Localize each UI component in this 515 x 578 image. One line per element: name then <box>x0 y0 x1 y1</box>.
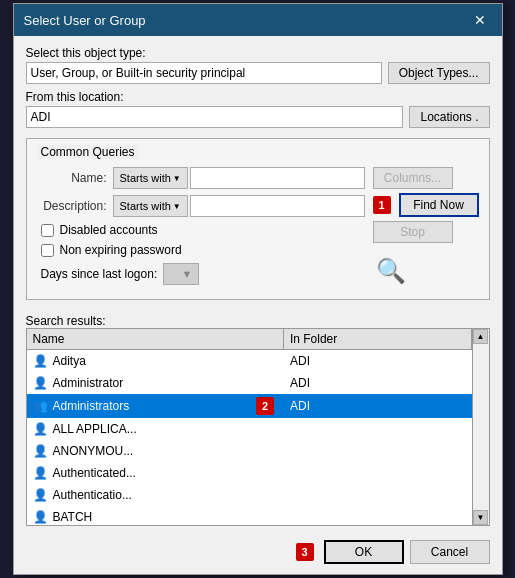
result-folder-cell <box>284 494 471 496</box>
disabled-accounts-row: Disabled accounts <box>41 223 365 237</box>
non-expiring-checkbox[interactable] <box>41 244 54 257</box>
user-icon: 👤 <box>33 509 49 525</box>
name-dropdown[interactable]: Starts with ▼ <box>113 167 188 189</box>
user-icon: 👤 <box>33 487 49 503</box>
scrollbar[interactable]: ▲ ▼ <box>472 329 489 525</box>
ok-button[interactable]: OK <box>324 540 404 564</box>
dialog-title: Select User or Group <box>24 13 146 28</box>
user-icon: 👤 <box>33 465 49 481</box>
locations-button[interactable]: Locations . <box>409 106 489 128</box>
group-inner: Name: Starts with ▼ Description: <box>37 167 479 289</box>
object-types-button[interactable]: Object Types... <box>388 62 490 84</box>
search-results-label: Search results: <box>14 310 502 328</box>
description-input-group: Starts with ▼ <box>113 195 365 217</box>
group-right: Columns... 1 Find Now Stop 🔍 <box>373 167 479 289</box>
table-row[interactable]: 👤AdministratorADI <box>27 372 472 394</box>
user-icon: 👤 <box>33 421 49 437</box>
result-name-cell: 👤Administrator <box>27 374 285 392</box>
result-folder-cell <box>284 428 471 430</box>
user-icon: 👤 <box>33 443 49 459</box>
description-input[interactable] <box>190 195 365 217</box>
cancel-button[interactable]: Cancel <box>410 540 490 564</box>
result-name-cell: 👤BATCH <box>27 508 285 525</box>
result-name-cell: 👤ANONYMOU... <box>27 442 285 460</box>
result-name-cell: 👤ALL APPLICA... <box>27 420 285 438</box>
stop-button[interactable]: Stop <box>373 221 453 243</box>
dialog-body: Select this object type: Object Types...… <box>14 36 502 310</box>
result-name-cell: 👤Authenticated... <box>27 464 285 482</box>
non-expiring-label: Non expiring password <box>60 243 182 257</box>
location-section: From this location: Locations . <box>26 90 490 128</box>
find-now-button[interactable]: Find Now <box>399 193 479 217</box>
days-row: Days since last logon: ▼ <box>41 263 365 285</box>
result-name-cell: 👤Authenticatio... <box>27 486 285 504</box>
days-dropdown[interactable]: ▼ <box>163 263 199 285</box>
name-input[interactable] <box>190 167 365 189</box>
table-row[interactable]: 👤BATCH <box>27 506 472 525</box>
common-queries-tab[interactable]: Common Queries <box>37 145 139 159</box>
result-folder-cell <box>284 450 471 452</box>
name-label: Name: <box>37 171 107 185</box>
table-row[interactable]: 👤ALL APPLICA... <box>27 418 472 440</box>
location-input[interactable] <box>26 106 404 128</box>
col-name: Name <box>27 329 284 349</box>
chevron-down-icon: ▼ <box>173 174 181 183</box>
result-folder-cell: ADI <box>284 398 471 414</box>
location-row: Locations . <box>26 106 490 128</box>
group-left: Name: Starts with ▼ Description: <box>37 167 365 289</box>
bottom-row: 3 OK Cancel <box>14 534 502 574</box>
badge-1: 1 <box>373 196 391 214</box>
close-button[interactable]: ✕ <box>468 10 492 30</box>
chevron-down-icon-3: ▼ <box>181 268 192 280</box>
select-user-dialog: Select User or Group ✕ Select this objec… <box>13 3 503 575</box>
table-row[interactable]: 👥Administrators2ADI <box>27 394 472 418</box>
results-scroll: Name In Folder 👤AdityaADI👤AdministratorA… <box>27 329 472 525</box>
columns-button[interactable]: Columns... <box>373 167 453 189</box>
disabled-accounts-label: Disabled accounts <box>60 223 158 237</box>
object-type-row: Object Types... <box>26 62 490 84</box>
table-row[interactable]: 👤AdityaADI <box>27 350 472 372</box>
key-icon: 🔍 <box>373 253 409 289</box>
result-folder-cell: ADI <box>284 353 471 369</box>
results-area: Name In Folder 👤AdityaADI👤AdministratorA… <box>14 328 502 534</box>
badge-3: 3 <box>296 543 314 561</box>
disabled-accounts-checkbox[interactable] <box>41 224 54 237</box>
common-queries-group: Common Queries Name: Starts with ▼ <box>26 138 490 300</box>
object-type-label: Select this object type: <box>26 46 490 60</box>
name-input-group: Starts with ▼ <box>113 167 365 189</box>
object-type-input[interactable] <box>26 62 382 84</box>
user-icon: 👤 <box>33 375 49 391</box>
result-folder-cell: ADI <box>284 375 471 391</box>
scroll-down[interactable]: ▼ <box>473 510 488 525</box>
name-row: Name: Starts with ▼ <box>37 167 365 189</box>
object-type-section: Select this object type: Object Types... <box>26 46 490 84</box>
result-folder-cell <box>284 472 471 474</box>
user-icon: 👥 <box>33 398 49 414</box>
results-list[interactable]: 👤AdityaADI👤AdministratorADI👥Administrato… <box>27 350 472 525</box>
table-row[interactable]: 👤Authenticatio... <box>27 484 472 506</box>
scroll-up[interactable]: ▲ <box>473 329 488 344</box>
title-bar: Select User or Group ✕ <box>14 4 502 36</box>
col-folder: In Folder <box>284 329 472 349</box>
badge-2: 2 <box>256 397 274 415</box>
results-container: Name In Folder 👤AdityaADI👤AdministratorA… <box>26 328 490 526</box>
result-name-cell: 👤Aditya <box>27 352 285 370</box>
description-row: Description: Starts with ▼ <box>37 195 365 217</box>
result-folder-cell <box>284 516 471 518</box>
table-row[interactable]: 👤Authenticated... <box>27 462 472 484</box>
description-dropdown[interactable]: Starts with ▼ <box>113 195 188 217</box>
user-icon: 👤 <box>33 353 49 369</box>
days-label: Days since last logon: <box>41 267 158 281</box>
location-label: From this location: <box>26 90 490 104</box>
results-header: Name In Folder <box>27 329 472 350</box>
non-expiring-row: Non expiring password <box>41 243 365 257</box>
table-row[interactable]: 👤ANONYMOU... <box>27 440 472 462</box>
description-label: Description: <box>37 199 107 213</box>
chevron-down-icon-2: ▼ <box>173 202 181 211</box>
result-name-cell: 👥Administrators2 <box>27 396 285 416</box>
